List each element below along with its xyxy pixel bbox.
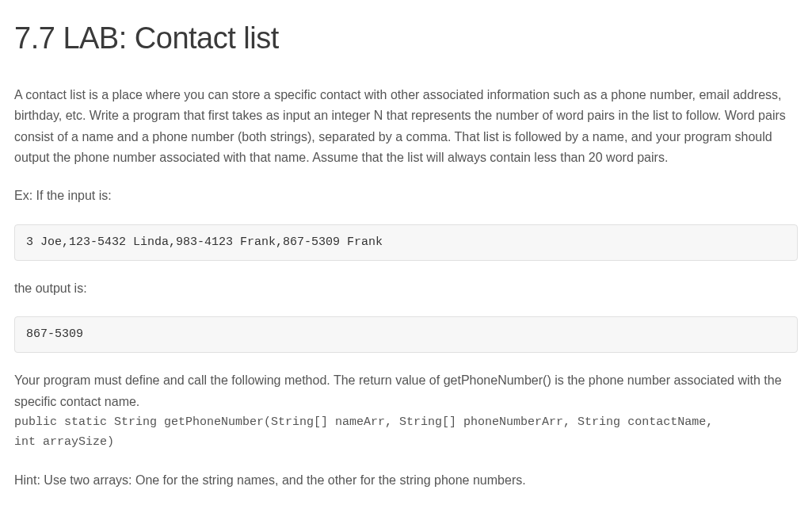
intro-paragraph: A contact list is a place where you can …: [14, 85, 798, 169]
example-input-code: 3 Joe,123-5432 Linda,983-4123 Frank,867-…: [14, 224, 798, 261]
example-input-label: Ex: If the input is:: [14, 186, 798, 206]
method-signature-line-1: public static String getPhoneNumber(Stri…: [14, 412, 798, 433]
method-signature-line-2: int arraySize): [14, 432, 798, 453]
hint-text: Hint: Use two arrays: One for the string…: [14, 470, 798, 491]
example-output-label: the output is:: [14, 278, 798, 299]
method-description: Your program must define and call the fo…: [14, 370, 798, 412]
example-output-code: 867-5309: [14, 316, 798, 353]
page-title: 7.7 LAB: Contact list: [14, 14, 798, 63]
